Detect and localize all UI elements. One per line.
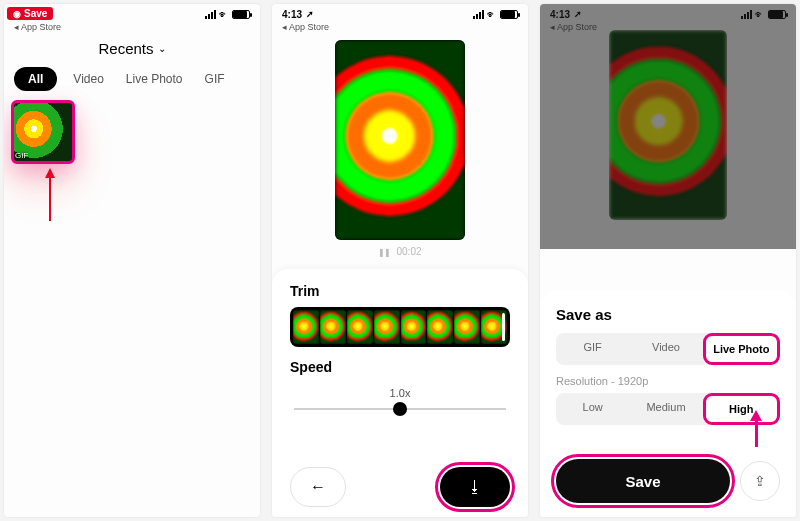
- back-button[interactable]: ←: [290, 467, 346, 507]
- annotation-arrow-icon: [755, 413, 758, 447]
- resolution-label: Resolution - 1920p: [556, 375, 780, 387]
- save-button[interactable]: Save: [556, 459, 730, 503]
- screen-editor: 4:13 ➚ ᯤ App Store 00:02 Trim: [272, 4, 528, 517]
- screen-save-sheet: 4:13 ➚ ᯤ App Store Save as GIF Video Liv…: [540, 4, 796, 517]
- location-icon: ➚: [306, 9, 314, 19]
- pause-icon[interactable]: [378, 246, 390, 257]
- pinterest-save-button[interactable]: Save: [7, 7, 53, 20]
- tab-all[interactable]: All: [14, 67, 57, 91]
- modal-backdrop[interactable]: [540, 4, 796, 249]
- playback-time: 00:02: [396, 246, 421, 257]
- share-button[interactable]: ⇪: [740, 461, 780, 501]
- save-as-sheet: Save as GIF Video Live Photo Resolution …: [540, 290, 796, 517]
- cube-image: [335, 40, 465, 240]
- share-icon: ⇪: [754, 473, 766, 489]
- annotation-arrow-icon: [49, 171, 51, 221]
- media-thumbnail[interactable]: GIF: [12, 101, 74, 163]
- thumbnail-type-badge: GIF: [15, 151, 28, 160]
- battery-icon: [500, 10, 518, 19]
- slider-thumb[interactable]: [393, 402, 407, 416]
- back-to-appstore[interactable]: App Store: [272, 22, 528, 34]
- trim-label: Trim: [290, 283, 510, 299]
- pin-label: Save: [24, 8, 47, 19]
- format-option-gif[interactable]: GIF: [556, 333, 629, 365]
- playback-controls: 00:02: [378, 246, 421, 257]
- edit-panel: Trim Speed 1.0x ← ⭳: [272, 269, 528, 517]
- sheet-title: Save as: [556, 306, 780, 323]
- arrow-left-icon: ←: [310, 478, 326, 496]
- video-preview[interactable]: [335, 40, 465, 240]
- download-button[interactable]: ⭳: [440, 467, 510, 507]
- speed-value: 1.0x: [290, 387, 510, 399]
- wifi-icon: ᯤ: [219, 9, 229, 20]
- format-option-video[interactable]: Video: [629, 333, 702, 365]
- tab-live-photo[interactable]: Live Photo: [120, 67, 189, 91]
- album-picker[interactable]: Recents ⌄: [4, 34, 260, 67]
- speed-slider[interactable]: [294, 399, 506, 419]
- trim-filmstrip[interactable]: [290, 307, 510, 347]
- format-segmented-control: GIF Video Live Photo: [556, 333, 780, 365]
- wifi-icon: ᯤ: [487, 9, 497, 20]
- quality-option-medium[interactable]: Medium: [629, 393, 702, 425]
- signal-icon: [473, 10, 484, 19]
- screen-library: Save ᯤ App Store Recents ⌄ All Video Liv…: [4, 4, 260, 517]
- status-bar: 4:13 ➚ ᯤ: [272, 4, 528, 22]
- speed-label: Speed: [290, 359, 510, 375]
- quality-segmented-control: Low Medium High: [556, 393, 780, 425]
- signal-icon: [205, 10, 216, 19]
- quality-option-low[interactable]: Low: [556, 393, 629, 425]
- status-time: 4:13: [282, 9, 302, 20]
- media-type-tabs: All Video Live Photo GIF: [4, 67, 260, 101]
- chevron-down-icon: ⌄: [158, 43, 166, 54]
- save-button-label: Save: [625, 473, 660, 490]
- back-to-appstore[interactable]: App Store: [4, 22, 260, 34]
- download-icon: ⭳: [467, 478, 483, 496]
- album-title: Recents: [98, 40, 153, 57]
- battery-icon: [232, 10, 250, 19]
- tab-gif[interactable]: GIF: [199, 67, 231, 91]
- format-option-live-photo[interactable]: Live Photo: [705, 335, 778, 363]
- quality-option-high[interactable]: High: [705, 395, 778, 423]
- tab-video[interactable]: Video: [67, 67, 109, 91]
